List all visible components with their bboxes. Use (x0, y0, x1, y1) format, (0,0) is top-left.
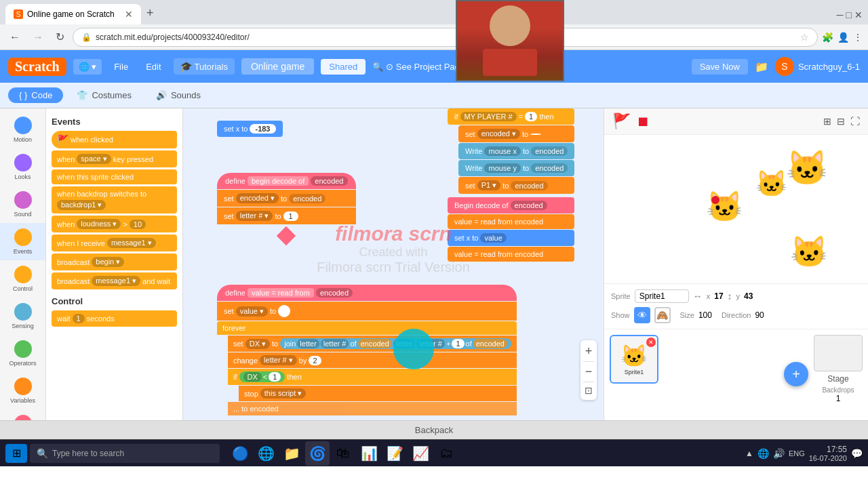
extensions-btn[interactable]: 🧩 (822, 32, 833, 43)
scratch-header: Scratch 🌐 ▾ File Edit 🎓 Tutorials Online… (0, 50, 868, 83)
cat-variables[interactable]: Variables (0, 372, 45, 409)
stage-sprite-2: 🐱 (755, 169, 787, 199)
taskbar-app-file-explorer[interactable]: 📁 (279, 441, 304, 466)
scratch-logo[interactable]: Scratch (8, 58, 66, 76)
cat-control[interactable]: Control (0, 260, 45, 298)
notification-icon[interactable]: 💬 (851, 448, 863, 459)
sprites-row: 🐱 Sprite1 ✕ (610, 335, 808, 384)
y-arrow-icon: ↕ (728, 291, 732, 302)
stage-sprite-4: 🐱 (790, 234, 828, 270)
block-when-backdrop[interactable]: when backdrop switches to backdrop1 ▾ (52, 186, 177, 214)
cat-sound[interactable]: Sound (0, 186, 45, 223)
tab-code[interactable]: { } Code (8, 87, 63, 103)
address-bar[interactable]: 🔒 scratch.mit.edu/projects/400093240/edi… (73, 28, 818, 47)
fullscreen-btn[interactable]: ⛶ (850, 116, 860, 127)
block-group-define-value: define begin decode of encoded set encod… (217, 173, 356, 247)
user-profile-btn[interactable]: 👤 (837, 32, 849, 43)
block-broadcast-wait[interactable]: broadcast message1 ▾ and wait (52, 272, 177, 289)
control-category-title: Control (52, 296, 177, 306)
new-tab-btn[interactable]: + (141, 3, 159, 23)
category-nav: Motion Looks Sound Events Control (0, 108, 46, 420)
taskbar-search-text: Type here to search (52, 449, 124, 458)
taskbar-app-chrome[interactable]: 🌀 (305, 441, 330, 466)
webcam-overlay (456, 0, 564, 81)
zoom-reset-btn[interactable]: ⊡ (583, 384, 594, 397)
tab-sounds[interactable]: 🔊 Sounds (145, 87, 212, 103)
block-when-sprite-clicked[interactable]: when this sprite clicked (52, 169, 177, 184)
volume-icon[interactable]: 🔊 (773, 448, 785, 459)
taskbar: ⊞ 🔍 Type here to search 🔵 🌐 📁 🌀 🛍 📊 📝 📈 … (0, 439, 868, 466)
scratch-app: Scratch 🌐 ▾ File Edit 🎓 Tutorials Online… (0, 50, 868, 439)
block-broadcast[interactable]: broadcast begin ▾ (52, 253, 177, 270)
shared-badge[interactable]: Shared (321, 59, 366, 75)
taskbar-app-files[interactable]: 🗂 (434, 441, 458, 466)
tray-up-icon[interactable]: ▲ (745, 449, 753, 458)
project-name-input[interactable]: Online game (241, 58, 314, 75)
tab-close-btn[interactable]: ✕ (125, 9, 133, 20)
small-stage-btn[interactable]: ⊞ (823, 116, 831, 127)
taskbar-search[interactable]: 🔍 Type here to search (30, 444, 220, 463)
block-when-key[interactable]: when space ▾ key pressed (52, 150, 177, 167)
block-wait[interactable]: wait 1 seconds (52, 310, 177, 327)
block-when-loudness[interactable]: when loudness ▾ > 10 (52, 216, 177, 232)
stage-thumbnail[interactable] (814, 335, 863, 371)
taskbar-app-cortana[interactable]: 🔵 (228, 441, 252, 466)
save-now-btn[interactable]: Save Now (692, 59, 748, 75)
backpack-bar[interactable]: Backpack (0, 420, 868, 439)
sprite1-thumb[interactable]: 🐱 Sprite1 ✕ (610, 335, 658, 384)
backdrops-label: Backdrops (822, 386, 854, 394)
refresh-btn[interactable]: ↻ (52, 28, 68, 46)
green-flag-btn[interactable]: 🚩 (612, 113, 631, 130)
zoom-in-btn[interactable]: + (583, 343, 594, 360)
cat-motion[interactable]: Motion (0, 111, 45, 148)
block-when-receive[interactable]: when I receive message1 ▾ (52, 235, 177, 251)
edit-menu[interactable]: Edit (140, 59, 166, 75)
globe-btn[interactable]: 🌐 ▾ (73, 59, 102, 75)
back-btn[interactable]: ← (5, 28, 24, 46)
show-visible-btn[interactable]: 👁 (634, 307, 650, 323)
block-group-value-read: define value = read from encoded set val… (217, 285, 517, 415)
normal-stage-btn[interactable]: ⊟ (837, 116, 845, 127)
file-menu[interactable]: File (108, 59, 134, 75)
stop-btn[interactable]: ⏹ (636, 114, 650, 129)
cat-operators[interactable]: Operators (0, 335, 45, 372)
clock[interactable]: 17:55 16-07-2020 (809, 445, 847, 462)
taskbar-app-word[interactable]: 📝 (382, 441, 407, 466)
tutorials-btn[interactable]: 🎓 Tutorials (174, 58, 235, 75)
restore-btn[interactable]: □ (846, 9, 852, 20)
x-label: x (707, 292, 711, 300)
cat-myblocks[interactable]: My Blocks (0, 409, 45, 420)
x-value: 17 (714, 291, 723, 301)
star-icon[interactable]: ☆ (800, 32, 809, 43)
taskbar-app-excel[interactable]: 📈 (408, 441, 433, 466)
browser-tab[interactable]: S Online game on Scratch ✕ (5, 4, 141, 24)
add-sprite-btn[interactable]: + (784, 362, 808, 386)
size-label: Size (680, 311, 694, 319)
folder-btn[interactable]: 📁 (755, 60, 768, 73)
lang-label: ENG (789, 449, 805, 458)
cat-events[interactable]: Events (0, 223, 45, 260)
minimize-btn[interactable]: ─ (837, 9, 844, 20)
cat-looks[interactable]: Looks (0, 148, 45, 186)
zoom-out-btn[interactable]: − (583, 363, 594, 380)
sprite-name-input[interactable] (635, 289, 689, 303)
cat-sensing[interactable]: Sensing (0, 298, 45, 335)
tab-costumes[interactable]: 👕 Costumes (66, 87, 142, 103)
sprite-delete-btn[interactable]: ✕ (646, 338, 656, 347)
user-area[interactable]: S Scratchguy_6-1 (775, 57, 860, 76)
direction-value: 90 (755, 310, 764, 320)
show-hidden-btn[interactable]: 🙈 (654, 307, 671, 323)
code-area: filmora scrn Created with Filmora scrn T… (183, 108, 604, 420)
menu-btn[interactable]: ⋮ (853, 32, 863, 43)
time-value: 17:55 (809, 445, 847, 454)
taskbar-app-office[interactable]: 📊 (357, 441, 381, 466)
taskbar-app-store[interactable]: 🛍 (331, 441, 355, 466)
taskbar-app-edge[interactable]: 🌐 (254, 441, 278, 466)
see-project-btn[interactable]: 🔍 ⊙ See Project Page (372, 62, 465, 72)
block-when-flag[interactable]: 🚩 when clicked (52, 131, 177, 148)
close-btn[interactable]: ✕ (854, 9, 863, 20)
network-icon[interactable]: 🌐 (757, 448, 769, 459)
start-btn[interactable]: ⊞ (5, 444, 27, 463)
forward-btn[interactable]: → (28, 28, 47, 46)
sounds-icon: 🔊 (156, 90, 167, 100)
